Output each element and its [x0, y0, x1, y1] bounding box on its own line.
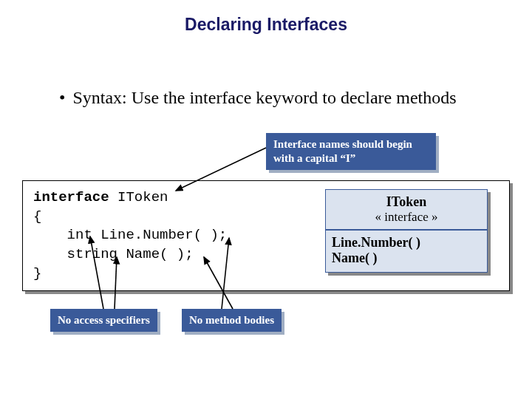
uml-stereotype: « interface » [329, 210, 484, 225]
bullet-marker: • [59, 88, 65, 109]
keyword-interface: interface [33, 189, 109, 205]
callout-no-access: No access specifiers [50, 309, 157, 332]
uml-box: IToken « interface » Line.Number( ) Name… [325, 189, 488, 273]
uml-methods: Line.Number( ) Name( ) [326, 231, 487, 272]
uml-method-2: Name( ) [332, 250, 481, 266]
uml-header: IToken « interface » [326, 190, 487, 231]
uml-method-1: Line.Number( ) [332, 235, 481, 250]
callout-naming: Interface names should begin with a capi… [266, 133, 436, 170]
bullet-item: • Syntax: Use the interface keyword to d… [59, 86, 488, 109]
slide-title: Declaring Interfaces [0, 15, 532, 35]
uml-name: IToken [329, 194, 484, 210]
callout-no-bodies: No method bodies [182, 309, 282, 332]
bullet-text: Syntax: Use the interface keyword to dec… [72, 86, 488, 109]
